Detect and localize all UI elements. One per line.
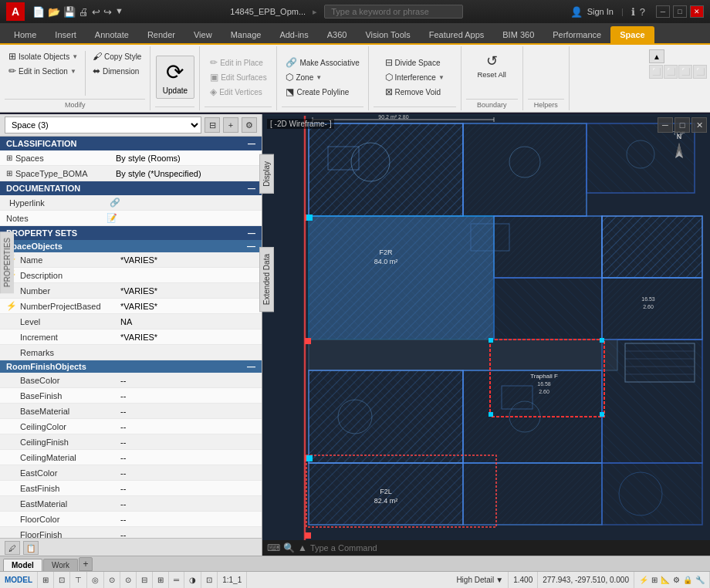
status-ortho[interactable]: ⊤ — [70, 572, 87, 588]
status-sel[interactable]: ⊡ — [201, 572, 218, 588]
viewport-label[interactable]: [ -2D Wireframe- ] — [267, 119, 334, 129]
section-propsets-collapse[interactable]: — — [248, 229, 255, 238]
update-button[interactable]: ⟳ Update — [156, 56, 194, 99]
layout-tab-work[interactable]: Work — [43, 559, 78, 571]
status-lw[interactable]: ═ — [169, 572, 184, 588]
annotation-scale-icon[interactable]: 📐 — [661, 576, 670, 584]
isolate-icon[interactable]: ⊞ — [651, 576, 658, 584]
edit-vertices-button[interactable]: ◈ Edit Vertices — [206, 85, 270, 99]
hardware-accel-icon[interactable]: ⚡ — [639, 576, 648, 584]
workspace-icon[interactable]: ⚙ — [673, 576, 680, 584]
status-osnap[interactable]: ⊙ — [104, 572, 120, 588]
create-polyline-button[interactable]: ⬔ Create Polyline — [282, 85, 363, 99]
vp-maximize[interactable]: □ — [674, 117, 690, 133]
display-tab[interactable]: Display — [259, 154, 274, 194]
status-grid[interactable]: ⊞ — [38, 572, 54, 588]
tab-performance[interactable]: Performance — [543, 26, 610, 43]
nav-icons[interactable]: 🔧 — [695, 576, 705, 584]
panel-settings-button[interactable]: ⚙ — [242, 117, 257, 133]
interference-button[interactable]: ⬡ Interference ▼ — [381, 70, 448, 84]
section-classification[interactable]: CLASSIFICATION — — [0, 137, 262, 150]
status-allow-dis[interactable]: ⊟ — [137, 572, 153, 588]
extended-data-tab[interactable]: Extended Data — [259, 247, 274, 312]
info-icon[interactable]: ℹ — [631, 6, 635, 18]
viewport[interactable]: 90.2 m² 2.80 F2R 84.0 m² F2L 82.4 m² Tra… — [262, 114, 710, 557]
roomfinish-collapse[interactable]: — — [247, 362, 255, 371]
toolbar-print[interactable]: 🖨 — [79, 6, 89, 18]
section-documentation[interactable]: DOCUMENTATION — — [0, 181, 262, 195]
reset-all-button[interactable]: ↺ Reset All — [474, 51, 509, 80]
toolbar-redo[interactable]: ↪ — [103, 6, 112, 18]
vp-minimize[interactable]: ─ — [658, 117, 673, 133]
high-detail-dropdown[interactable]: ▼ — [495, 576, 503, 584]
zone-dropdown-arrow[interactable]: ▼ — [316, 74, 322, 81]
status-scale[interactable]: 1:1_1 — [218, 572, 247, 588]
section-property-sets[interactable]: PROPERTY SETS — — [0, 226, 262, 240]
dimension-button[interactable]: ⬌ Dimension — [89, 64, 145, 78]
rb-extra-1[interactable]: ⬜ — [649, 65, 663, 79]
tab-a360[interactable]: A360 — [318, 26, 357, 43]
lock-icon[interactable]: 🔒 — [683, 576, 692, 584]
tab-bim360[interactable]: BIM 360 — [493, 26, 543, 43]
layout-tab-model[interactable]: Model — [3, 559, 42, 571]
help-icon[interactable]: ? — [640, 6, 645, 18]
tab-addins[interactable]: Add-ins — [270, 26, 317, 43]
cmd-icon-2[interactable]: 🔍 — [283, 542, 295, 553]
minimize-button[interactable]: ─ — [656, 5, 670, 18]
edit-section-dropdown-arrow[interactable]: ▼ — [70, 68, 76, 75]
tab-featuredapps[interactable]: Featured Apps — [420, 26, 494, 43]
tab-annotate[interactable]: Annotate — [86, 26, 138, 43]
section-doc-collapse[interactable]: — — [248, 184, 255, 193]
cmd-icon-1[interactable]: ⌨ — [267, 542, 280, 553]
ribbon-collapse-button[interactable]: ▲ — [649, 49, 664, 63]
cmd-icon-3[interactable]: ▲ — [298, 542, 307, 553]
rb-extra-3[interactable]: ⬜ — [678, 65, 692, 79]
layout-tab-add[interactable]: + — [79, 557, 93, 571]
status-polar[interactable]: ◎ — [87, 572, 104, 588]
panel-add-button[interactable]: + — [223, 117, 238, 133]
isolate-dropdown-arrow[interactable]: ▼ — [72, 53, 78, 60]
toolbar-save[interactable]: 💾 — [63, 6, 76, 18]
search-input[interactable] — [324, 5, 463, 19]
isolate-objects-button[interactable]: ⊞ Isolate Objects ▼ — [5, 49, 82, 63]
status-zoom[interactable]: 1.400 — [509, 572, 538, 588]
status-model[interactable]: MODEL — [0, 572, 38, 588]
properties-content[interactable]: CLASSIFICATION — ⊞ Spaces By style (Room… — [0, 137, 262, 538]
sign-in[interactable]: Sign In — [587, 7, 614, 16]
status-coord[interactable]: 277.943, -297.510, 0.000 — [538, 572, 634, 588]
divide-space-button[interactable]: ⊟ Divide Space — [381, 56, 448, 69]
vp-close[interactable]: ✕ — [691, 117, 707, 133]
panel-icon-1[interactable]: 🖊 — [5, 541, 20, 555]
close-button[interactable]: ✕ — [690, 5, 704, 18]
section-classification-collapse[interactable]: — — [248, 140, 255, 148]
tab-manage[interactable]: Manage — [221, 26, 271, 43]
edit-surfaces-button[interactable]: ▣ Edit Surfaces — [206, 70, 270, 84]
subsection-collapse[interactable]: — — [247, 242, 255, 251]
panel-icon-2[interactable]: 📋 — [23, 541, 39, 555]
status-snap[interactable]: ⊡ — [54, 572, 70, 588]
toolbar-new[interactable]: 📄 — [32, 6, 45, 18]
toolbar-undo[interactable]: ↩ — [92, 6, 100, 18]
remove-void-button[interactable]: ⊠ Remove Void — [381, 85, 448, 99]
command-input[interactable] — [310, 543, 705, 553]
rb-extra-2[interactable]: ⬜ — [664, 65, 678, 79]
panel-toggle-button[interactable]: ⊟ — [205, 117, 220, 133]
make-associative-button[interactable]: 🔗 Make Associative — [282, 56, 363, 69]
tab-insert[interactable]: Insert — [46, 26, 86, 43]
toolbar-open[interactable]: 📂 — [48, 6, 60, 18]
tab-view[interactable]: View — [184, 26, 221, 43]
toolbar-more[interactable]: ▼ — [115, 6, 123, 18]
space-selector[interactable]: Space (3) — [5, 117, 201, 133]
rb-extra-4[interactable]: ⬜ — [693, 65, 707, 79]
zone-button[interactable]: ⬡ Zone ▼ — [282, 70, 363, 84]
status-high-detail[interactable]: High Detail ▼ — [451, 572, 509, 588]
interference-dropdown-arrow[interactable]: ▼ — [438, 74, 445, 81]
status-otrack[interactable]: ⊙ — [120, 572, 137, 588]
tab-render[interactable]: Render — [138, 26, 184, 43]
tab-visiontools[interactable]: Vision Tools — [356, 26, 419, 43]
tab-home[interactable]: Home — [5, 26, 46, 43]
status-dyn[interactable]: ⊞ — [153, 572, 169, 588]
restore-button[interactable]: □ — [673, 5, 687, 18]
edit-in-place-button[interactable]: ✏ Edit in Place — [206, 56, 270, 69]
edit-in-section-button[interactable]: ✏ Edit in Section ▼ — [5, 64, 82, 78]
